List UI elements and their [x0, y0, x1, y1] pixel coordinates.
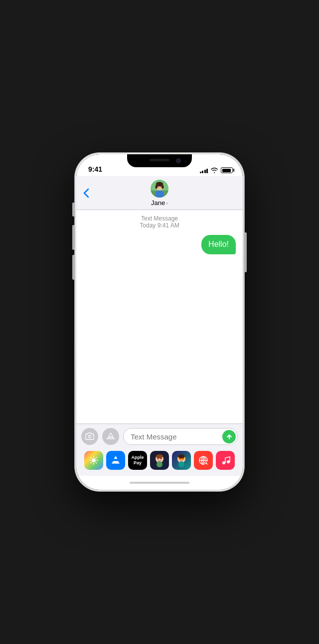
bottom-toolbar: ApplePay	[76, 424, 243, 476]
svg-point-7	[158, 186, 159, 187]
app-strip: ApplePay	[81, 450, 238, 472]
message-input[interactable]	[123, 428, 238, 445]
message-bubble-row: Hello!	[83, 235, 236, 254]
memoji2-icon	[173, 452, 189, 468]
appstore-icon	[110, 454, 122, 466]
volume-up-button[interactable]	[72, 225, 74, 250]
svg-point-14	[156, 454, 163, 458]
home-indicator	[76, 476, 243, 490]
wifi-icon	[210, 167, 218, 173]
svg-point-5	[155, 185, 158, 189]
contact-name-row: Jane ›	[151, 199, 168, 207]
svg-point-9	[89, 435, 91, 438]
memoji1-icon	[152, 452, 167, 468]
app-store-icon	[106, 432, 115, 441]
notch	[127, 154, 192, 167]
svg-point-8	[160, 186, 161, 187]
front-camera	[176, 158, 181, 163]
message-type: Text Message	[83, 215, 236, 222]
volume-down-button[interactable]	[72, 255, 74, 280]
svg-point-29	[222, 461, 225, 464]
battery-fill	[222, 169, 231, 172]
svg-point-30	[227, 460, 230, 463]
status-time: 9:41	[86, 165, 102, 173]
signal-bar-4	[206, 169, 208, 173]
svg-point-20	[178, 454, 185, 458]
avatar	[150, 179, 169, 198]
screen: 9:41	[76, 154, 243, 490]
phone-inner: 9:41	[76, 154, 243, 490]
contact-chevron-icon: ›	[166, 200, 168, 206]
contact-name: Jane	[151, 199, 165, 207]
mute-button[interactable]	[72, 203, 74, 216]
signal-bar-2	[202, 171, 203, 173]
music-app-icon[interactable]	[216, 451, 235, 470]
home-bar	[130, 482, 189, 484]
svg-point-6	[161, 185, 164, 189]
power-button[interactable]	[245, 232, 247, 272]
message-meta: Text Message Today 9:41 AM	[83, 215, 236, 229]
avatar-image	[151, 180, 168, 198]
back-button[interactable]	[83, 188, 89, 198]
svg-point-10	[92, 458, 96, 462]
music-icon	[219, 454, 231, 466]
signal-bar-1	[200, 172, 201, 173]
memoji1-app-icon[interactable]	[150, 451, 169, 470]
appstore-app-icon[interactable]	[106, 451, 125, 470]
camera-button[interactable]	[81, 428, 98, 445]
applepay-app-icon[interactable]: ApplePay	[128, 451, 147, 470]
camera-icon	[85, 432, 94, 440]
browser-app-icon[interactable]	[194, 451, 213, 470]
speaker	[150, 159, 169, 161]
back-chevron-icon	[83, 188, 89, 198]
message-time: Today 9:41 AM	[83, 222, 236, 229]
send-button[interactable]	[222, 430, 236, 443]
svg-point-2	[155, 191, 164, 198]
phone-frame: 9:41	[75, 153, 244, 491]
status-icons	[200, 167, 233, 173]
photos-app-icon[interactable]	[84, 451, 103, 470]
message-bubble: Hello!	[201, 235, 236, 254]
applepay-label: ApplePay	[131, 455, 144, 466]
browser-icon	[197, 454, 209, 466]
svg-point-21	[178, 461, 184, 467]
contact-header[interactable]: Jane ›	[150, 179, 169, 207]
input-row	[81, 428, 238, 445]
signal-bar-3	[204, 170, 206, 173]
nav-header: Jane ›	[76, 176, 243, 210]
battery-icon	[221, 167, 233, 173]
svg-point-15	[157, 461, 162, 467]
photos-icon	[88, 454, 100, 466]
memoji2-app-icon[interactable]	[172, 451, 191, 470]
app-drawer-button[interactable]	[102, 428, 119, 445]
send-icon	[226, 433, 233, 440]
message-area: Text Message Today 9:41 AM Hello!	[76, 210, 243, 424]
signal-icon	[200, 168, 208, 173]
input-container	[123, 428, 238, 445]
